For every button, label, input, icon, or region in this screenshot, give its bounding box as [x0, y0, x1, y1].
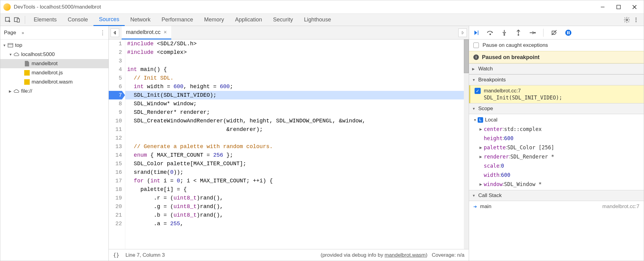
tab-security[interactable]: Security [267, 14, 298, 26]
line-number[interactable]: 21 [109, 211, 122, 219]
maximize-button[interactable] [616, 4, 622, 10]
tab-lighthouse[interactable]: Lighthouse [298, 14, 336, 26]
scope-variable[interactable]: ▶renderer: SDL_Renderer * [469, 152, 644, 161]
code-line[interactable]: int main() { [125, 65, 469, 74]
expand-arrow-icon[interactable]: ▼ [473, 118, 478, 122]
line-number[interactable]: 15 [109, 159, 122, 168]
section-callstack[interactable]: ▼ Call Stack [469, 190, 644, 201]
code-line[interactable]: &renderer); [125, 125, 469, 134]
line-number[interactable]: 8 [109, 99, 122, 108]
line-number[interactable]: 6 [109, 82, 122, 91]
tree-file-mandelbrot[interactable]: mandelbrot [0, 59, 108, 68]
expand-arrow-icon[interactable]: ▼ [472, 194, 476, 197]
code-line[interactable]: .g = (uint8_t)rand(), [125, 202, 469, 211]
expand-arrow-icon[interactable]: ▼ [3, 43, 7, 47]
minimize-button[interactable] [600, 4, 606, 10]
collapse-arrow-icon[interactable]: ▶ [479, 146, 484, 150]
code-line[interactable]: SDL_Renderer* renderer; [125, 108, 469, 117]
line-number[interactable]: 2 [109, 48, 122, 57]
pause-on-caught-row[interactable]: Pause on caught exceptions [469, 39, 644, 51]
inspect-element-icon[interactable] [3, 15, 13, 24]
navigator-menu-icon[interactable]: ⋮ [100, 29, 105, 36]
scope-variable[interactable]: ▶window: SDL_Window * [469, 180, 644, 189]
editor-nav-forward-icon[interactable] [458, 28, 467, 37]
collapse-arrow-icon[interactable]: ▶ [472, 67, 476, 71]
code-line[interactable]: #include <SDL2/SDL.h> [125, 39, 469, 48]
tab-network[interactable]: Network [125, 14, 156, 26]
breakpoint-item[interactable]: ✓ mandelbrot.cc:7 SDL_Init(SDL_INIT_VIDE… [469, 85, 644, 103]
line-number[interactable]: 4 [109, 65, 122, 74]
code-line[interactable]: // Generate a palette with random colour… [125, 142, 469, 151]
line-gutter[interactable]: 12345678910111213141516171819202122 [109, 39, 125, 249]
step-into-button[interactable] [500, 29, 508, 37]
scope-local[interactable]: ▼ L Local [469, 115, 644, 125]
scope-variable[interactable]: width: 600 [469, 170, 644, 180]
line-number[interactable]: 18 [109, 185, 122, 194]
tab-memory[interactable]: Memory [199, 14, 229, 26]
step-out-button[interactable] [514, 29, 522, 37]
scope-variable[interactable]: scale: 0 [469, 161, 644, 170]
tab-console[interactable]: Console [62, 14, 93, 26]
line-number[interactable]: 13 [109, 142, 122, 151]
more-vertical-icon[interactable] [631, 15, 641, 24]
scope-variable[interactable]: height: 600 [469, 134, 644, 143]
section-scope[interactable]: ▼ Scope [469, 103, 644, 114]
line-number[interactable]: 19 [109, 194, 122, 202]
callstack-frame[interactable]: ➔ main mandelbrot.cc:7 [469, 201, 644, 212]
collapse-arrow-icon[interactable]: ▶ [9, 89, 13, 93]
expand-arrow-icon[interactable]: ▼ [472, 78, 476, 82]
code-line[interactable]: SDL_Color palette[MAX_ITER_COUNT]; [125, 159, 469, 168]
code-line[interactable]: .r = (uint8_t)rand(), [125, 194, 469, 202]
code-line[interactable] [125, 57, 469, 65]
code-line[interactable]: srand(time(0)); [125, 168, 469, 177]
code-line[interactable]: SDL_CreateWindowAndRenderer(width, heigh… [125, 117, 469, 125]
tree-file-scheme[interactable]: ▶ file:// [0, 87, 108, 96]
step-button[interactable] [528, 29, 536, 37]
tree-host[interactable]: ▼ localhost:5000 [0, 50, 108, 59]
checkbox-unchecked[interactable] [473, 43, 479, 48]
code-line[interactable]: #include <complex> [125, 48, 469, 57]
checkbox-checked[interactable]: ✓ [475, 88, 481, 94]
line-number[interactable]: 1 [109, 39, 122, 48]
collapse-arrow-icon[interactable]: ▶ [479, 182, 484, 186]
line-number[interactable]: 12 [109, 134, 122, 142]
editor-tab-open[interactable]: mandelbrot.cc × [122, 26, 171, 39]
line-number[interactable]: 14 [109, 151, 122, 159]
code-line[interactable]: SDL_Init(SDL_INIT_VIDEO); [125, 91, 469, 99]
code-line[interactable] [125, 134, 469, 142]
line-number[interactable]: 3 [109, 57, 122, 65]
tab-sources[interactable]: Sources [93, 14, 125, 26]
section-watch[interactable]: ▶ Watch [469, 63, 644, 74]
line-number[interactable]: 20 [109, 202, 122, 211]
debug-info-link[interactable]: mandelbrot.wasm [385, 252, 426, 258]
navigator-tab-page[interactable]: Page [3, 30, 19, 36]
step-over-button[interactable] [486, 29, 494, 37]
scope-variable[interactable]: ▶center: std::complex [469, 125, 644, 134]
editor-nav-back-icon[interactable] [111, 28, 119, 37]
code-line[interactable]: // Init SDL. [125, 74, 469, 82]
line-number[interactable]: 7 [109, 91, 122, 99]
navigator-more-tabs-icon[interactable]: » [22, 30, 24, 35]
close-tab-icon[interactable]: × [164, 29, 167, 35]
line-number[interactable]: 16 [109, 168, 122, 177]
settings-gear-icon[interactable] [622, 15, 631, 24]
scope-variable[interactable]: ▶palette: SDL_Color [256] [469, 143, 644, 152]
tree-file-mandelbrot-wasm[interactable]: mandelbrot.wasm [0, 77, 108, 87]
code-editor[interactable]: 12345678910111213141516171819202122 #inc… [109, 39, 469, 249]
expand-arrow-icon[interactable]: ▼ [472, 107, 476, 110]
line-number[interactable]: 9 [109, 108, 122, 117]
tree-top[interactable]: ▼ top [0, 41, 108, 50]
tab-application[interactable]: Application [229, 14, 267, 26]
tab-performance[interactable]: Performance [156, 14, 199, 26]
close-button[interactable] [631, 4, 638, 10]
pretty-print-icon[interactable]: {} [113, 252, 119, 258]
line-number[interactable]: 22 [109, 219, 122, 228]
collapse-arrow-icon[interactable]: ▶ [479, 155, 484, 159]
line-number[interactable]: 17 [109, 177, 122, 185]
code-line[interactable]: palette[i] = { [125, 185, 469, 194]
tab-elements[interactable]: Elements [28, 14, 62, 26]
code-line[interactable]: for (int i = 0; i < MAX_ITER_COUNT; ++i)… [125, 177, 469, 185]
pause-exceptions-button[interactable] [564, 29, 572, 37]
deactivate-breakpoints-button[interactable] [550, 29, 558, 37]
scrollbar-track[interactable] [464, 39, 469, 249]
